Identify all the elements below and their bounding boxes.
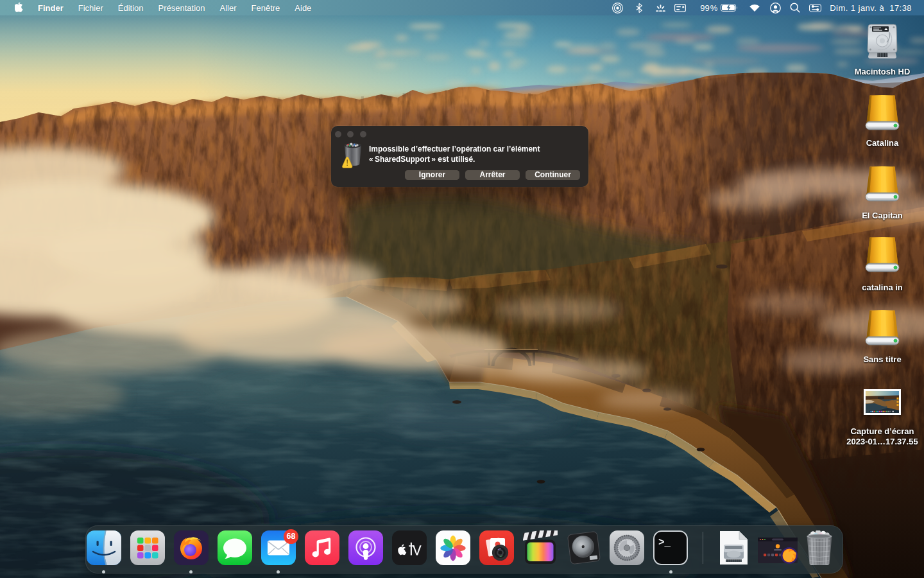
svg-text:>_: >_ xyxy=(658,537,671,548)
